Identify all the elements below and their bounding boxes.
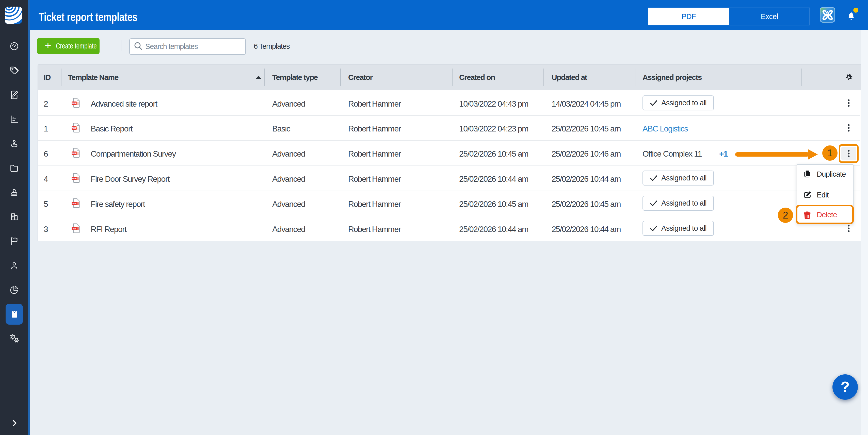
svg-text:PDF: PDF — [72, 152, 77, 155]
svg-text:PDF: PDF — [72, 227, 77, 230]
svg-text:PDF: PDF — [72, 202, 77, 205]
svg-text:PDF: PDF — [72, 177, 77, 180]
svg-text:PDF: PDF — [72, 127, 77, 129]
svg-text:PDF: PDF — [72, 102, 77, 105]
